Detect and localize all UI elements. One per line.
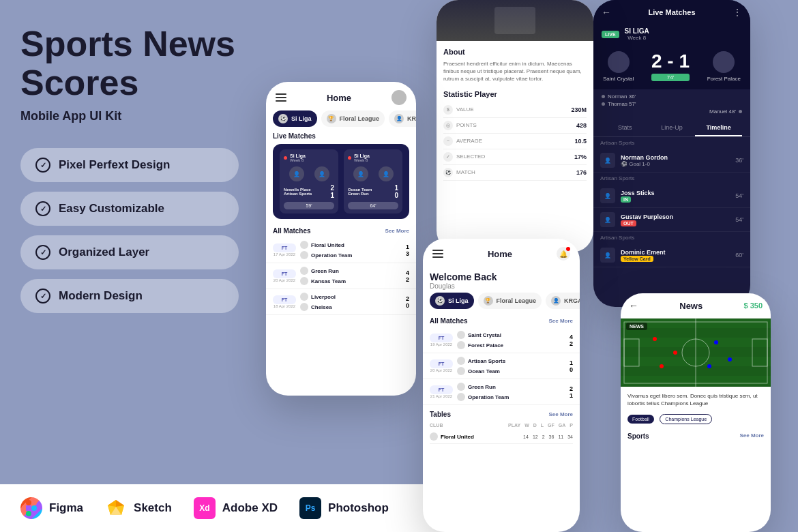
notification-icon[interactable]: 🔔 [557, 247, 570, 261]
match2-score-row: Ocean Team Green Run 1 0 [348, 184, 398, 199]
tl-info-4: Dominic Ement Yellow Card [621, 249, 730, 262]
about-text: Praesent hendrerit efficitur enim in dic… [443, 60, 587, 83]
sketch-label: Sketch [134, 501, 172, 515]
tables-header: Tables See More [423, 408, 580, 421]
tl-info-1: Norman Gordon ⚽ Goal 1-0 [621, 154, 730, 167]
svg-point-21 [653, 337, 657, 341]
svg-point-23 [660, 364, 664, 368]
match1-date: 17 Apr 2022 [273, 252, 296, 256]
hamburger-menu-2[interactable] [432, 250, 443, 258]
all-matches-label: All Matches [273, 227, 311, 235]
team2-avatar [713, 51, 735, 73]
stat-row-value: $VALUE 230M [443, 102, 587, 118]
tl-logo-2: 👤 [600, 188, 615, 203]
phone-3: ← Live Matches ⋮ LIVE SI LIGA Week 8 Sai… [593, 0, 750, 307]
phone1-title: Home [327, 93, 351, 103]
sports-see-more[interactable]: See More [739, 432, 764, 440]
welcome-title: Welcome Back [430, 271, 573, 282]
p2-match2-ft: FT [430, 359, 453, 368]
check-icon-2: ✓ [35, 201, 50, 216]
match1-header: Si Liga Week 8 [284, 153, 334, 162]
table-team-logo [430, 432, 438, 441]
league-tab-siliga[interactable]: ⚽ Si Liga [273, 110, 317, 127]
league-tab-krga[interactable]: 👤 KRGA [389, 110, 416, 127]
tools-bar: Figma Sketch Xd Adobe XD Ps Photoshop [0, 484, 457, 532]
phone-1: Home ⚽ Si Liga 🏆 Floral League 👤 KRGA Li… [266, 82, 416, 396]
tab-stats[interactable]: Stats [602, 120, 649, 136]
league-tab-floral[interactable]: 🏆 Floral League [321, 110, 385, 127]
timeline-tabs: Stats Line-Up Timeline [593, 120, 750, 137]
match-row-3: FT 18 Apr 2022 Liverpool Chelsea 2 0 [266, 289, 416, 315]
svg-point-24 [714, 340, 718, 344]
user-avatar [391, 90, 407, 105]
news-header: ← News $ 350 [621, 293, 771, 319]
stat-icon-points: ◎ [443, 121, 453, 130]
live-match-row: Si Liga Week 8 👤 👤 Newells Place Artisan… [280, 149, 402, 213]
phone1-header: Home [266, 82, 416, 110]
big-score: 2 - 1 [651, 50, 690, 72]
tl-logo-1: 👤 [600, 153, 615, 168]
match2-avatar1: 👤 [353, 166, 368, 181]
phone2-tab-floral[interactable]: 🏆 Floral League [478, 293, 542, 309]
notif-dot [566, 247, 570, 251]
tag-football[interactable]: Football [627, 415, 654, 424]
match1-avatar1: 👤 [289, 166, 304, 181]
match1-teams: Floral United Operation Team [296, 241, 406, 259]
tag-champions[interactable]: Champions League [660, 414, 712, 424]
phone2-see-more-btn[interactable]: See More [548, 318, 573, 324]
news-tags: Football Champions League [627, 411, 764, 424]
svg-point-25 [728, 357, 732, 361]
p2-team-logo-3b [457, 393, 465, 401]
p2-match1-teams: Saint Crystal Forest Palace [453, 331, 570, 349]
check-icon-3: ✓ [35, 245, 50, 260]
phone2-all-matches-label: All Matches [430, 317, 468, 325]
p2-match2-date: 20 Apr 2022 [430, 368, 453, 372]
tl-info-2: Joss Sticks IN [621, 190, 730, 203]
tab-timeline[interactable]: Timeline [695, 120, 742, 136]
hamburger-menu[interactable] [276, 93, 286, 102]
welcome-sub: Douglas [430, 282, 573, 290]
adobe-xd-label: Adobe XD [222, 501, 278, 515]
sports-section-header: Sports See More [621, 430, 771, 443]
tables-section: CLUB PLAY W D L GF GA P Floral United 14… [423, 421, 580, 444]
match2-time: 64' [348, 202, 398, 209]
score-section: Saint Crystal 2 - 1 74' Forest Palace [593, 44, 750, 89]
news-back-icon[interactable]: ← [629, 300, 638, 311]
phone3-title: Live Matches [648, 8, 695, 16]
tables-see-more[interactable]: See More [548, 411, 573, 417]
live-match-card: Si Liga Week 8 👤 👤 Newells Place Artisan… [273, 144, 409, 219]
svg-rect-4 [26, 511, 31, 516]
p2-team-logo-1b [457, 341, 465, 349]
live-dot-2 [348, 156, 351, 160]
feature-easy-customizable[interactable]: ✓ Easy Customizable [20, 192, 239, 226]
feature-organized-layer[interactable]: ✓ Organized Layer [20, 235, 239, 269]
see-more-btn-1[interactable]: See More [385, 228, 409, 234]
tl-item-3: 👤 Gustav Purpleson OUT 54' [593, 208, 750, 232]
tab-lineup[interactable]: Line-Up [649, 120, 696, 136]
goal-dot-2 [602, 102, 605, 106]
p2-match-row-2: FT 20 Apr 2022 Artisan Sports Ocean Team… [423, 353, 580, 379]
match3-date: 18 Apr 2022 [273, 304, 296, 308]
phone-bg-content: About Praesent hendrerit efficitur enim … [437, 41, 593, 188]
svg-point-22 [673, 351, 677, 355]
news-title: News [638, 301, 743, 311]
back-arrow-icon[interactable]: ← [602, 7, 611, 18]
stat-icon-average: ~ [443, 136, 453, 146]
p2-league-avatar-2: 🏆 [484, 296, 493, 306]
tl-section-1: Artisan Sports [593, 137, 750, 149]
tl-detail-2: IN [621, 196, 730, 203]
stat-icon-match: ⚽ [443, 168, 453, 177]
tl-detail-1: ⚽ Goal 1-0 [621, 161, 730, 167]
goal-item-1: Norman 36' [602, 93, 742, 100]
more-options-icon[interactable]: ⋮ [733, 7, 742, 18]
phone2-tab-krga[interactable]: 👤 KRGA [546, 293, 580, 309]
match3-ft: FT [273, 295, 296, 304]
goal-dot-1 [602, 95, 605, 98]
phone2-tab-siliga[interactable]: ⚽ Si Liga [430, 293, 474, 309]
p2-match1-date: 19 Apr 2022 [430, 342, 453, 346]
feature-pixel-perfext[interactable]: ✓ Pixel Perfext Design [20, 148, 239, 182]
tl-logo-4: 👤 [600, 248, 615, 263]
feature-modern-design[interactable]: ✓ Modern Design [20, 279, 239, 313]
phone2-all-matches-header: All Matches See More [423, 314, 580, 327]
match3-scores: 2 0 [406, 295, 409, 309]
